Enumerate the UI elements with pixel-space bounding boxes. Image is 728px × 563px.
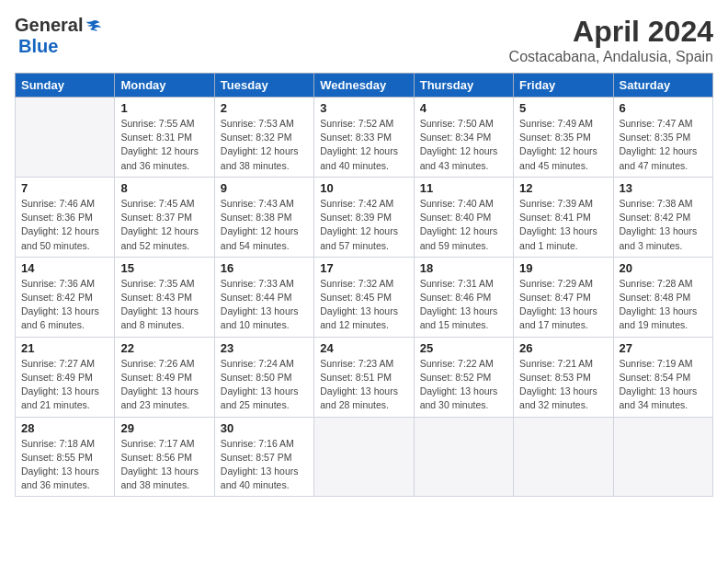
day-cell xyxy=(613,417,712,497)
day-header-monday: Monday xyxy=(115,74,214,98)
day-info: Sunrise: 7:17 AM Sunset: 8:56 PM Dayligh… xyxy=(120,437,208,493)
day-number: 10 xyxy=(320,181,407,195)
day-cell: 11Sunrise: 7:40 AM Sunset: 8:40 PM Dayli… xyxy=(414,177,513,257)
day-cell: 12Sunrise: 7:39 AM Sunset: 8:41 PM Dayli… xyxy=(514,177,613,257)
day-number: 22 xyxy=(120,341,208,355)
day-cell: 28Sunrise: 7:18 AM Sunset: 8:55 PM Dayli… xyxy=(16,417,115,497)
day-info: Sunrise: 7:47 AM Sunset: 8:35 PM Dayligh… xyxy=(620,117,707,173)
day-info: Sunrise: 7:31 AM Sunset: 8:46 PM Dayligh… xyxy=(420,277,507,333)
day-number: 11 xyxy=(420,181,507,195)
day-info: Sunrise: 7:45 AM Sunset: 8:37 PM Dayligh… xyxy=(120,197,208,253)
day-info: Sunrise: 7:53 AM Sunset: 8:32 PM Dayligh… xyxy=(221,117,308,173)
day-number: 19 xyxy=(519,261,607,275)
day-info: Sunrise: 7:21 AM Sunset: 8:53 PM Dayligh… xyxy=(519,357,607,413)
day-info: Sunrise: 7:33 AM Sunset: 8:44 PM Dayligh… xyxy=(221,277,308,333)
day-cell: 26Sunrise: 7:21 AM Sunset: 8:53 PM Dayli… xyxy=(514,337,613,417)
day-header-wednesday: Wednesday xyxy=(314,74,414,98)
day-cell: 5Sunrise: 7:49 AM Sunset: 8:35 PM Daylig… xyxy=(514,98,613,178)
day-cell: 23Sunrise: 7:24 AM Sunset: 8:50 PM Dayli… xyxy=(214,337,313,417)
day-cell: 21Sunrise: 7:27 AM Sunset: 8:49 PM Dayli… xyxy=(16,337,115,417)
day-info: Sunrise: 7:16 AM Sunset: 8:57 PM Dayligh… xyxy=(221,437,308,493)
day-cell: 3Sunrise: 7:52 AM Sunset: 8:33 PM Daylig… xyxy=(314,98,414,178)
day-cell: 8Sunrise: 7:45 AM Sunset: 8:37 PM Daylig… xyxy=(115,177,214,257)
day-info: Sunrise: 7:39 AM Sunset: 8:41 PM Dayligh… xyxy=(519,197,607,253)
logo-bird-icon xyxy=(85,17,101,34)
day-number: 12 xyxy=(519,181,607,195)
day-number: 28 xyxy=(21,421,108,435)
day-cell xyxy=(414,417,513,497)
day-info: Sunrise: 7:49 AM Sunset: 8:35 PM Dayligh… xyxy=(519,117,607,173)
day-number: 20 xyxy=(620,261,707,275)
day-info: Sunrise: 7:43 AM Sunset: 8:38 PM Dayligh… xyxy=(221,197,308,253)
day-header-tuesday: Tuesday xyxy=(214,74,313,98)
day-info: Sunrise: 7:36 AM Sunset: 8:42 PM Dayligh… xyxy=(21,277,108,333)
day-number: 29 xyxy=(120,421,208,435)
day-cell: 14Sunrise: 7:36 AM Sunset: 8:42 PM Dayli… xyxy=(16,257,115,337)
day-cell: 16Sunrise: 7:33 AM Sunset: 8:44 PM Dayli… xyxy=(214,257,313,337)
day-cell: 25Sunrise: 7:22 AM Sunset: 8:52 PM Dayli… xyxy=(414,337,513,417)
day-info: Sunrise: 7:46 AM Sunset: 8:36 PM Dayligh… xyxy=(21,197,108,253)
day-cell: 22Sunrise: 7:26 AM Sunset: 8:49 PM Dayli… xyxy=(115,337,214,417)
day-cell: 17Sunrise: 7:32 AM Sunset: 8:45 PM Dayli… xyxy=(314,257,414,337)
header: General Blue April 2024 Costacabana, And… xyxy=(15,15,713,65)
logo-blue: Blue xyxy=(18,36,58,57)
day-cell xyxy=(314,417,414,497)
day-info: Sunrise: 7:42 AM Sunset: 8:39 PM Dayligh… xyxy=(320,197,407,253)
logo-general: General xyxy=(15,15,83,36)
day-cell: 13Sunrise: 7:38 AM Sunset: 8:42 PM Dayli… xyxy=(613,177,712,257)
week-row-2: 7Sunrise: 7:46 AM Sunset: 8:36 PM Daylig… xyxy=(16,177,713,257)
day-number: 15 xyxy=(120,261,208,275)
day-cell: 19Sunrise: 7:29 AM Sunset: 8:47 PM Dayli… xyxy=(514,257,613,337)
day-info: Sunrise: 7:50 AM Sunset: 8:34 PM Dayligh… xyxy=(420,117,507,173)
week-row-5: 28Sunrise: 7:18 AM Sunset: 8:55 PM Dayli… xyxy=(16,417,713,497)
day-number: 18 xyxy=(420,261,507,275)
day-info: Sunrise: 7:38 AM Sunset: 8:42 PM Dayligh… xyxy=(620,197,707,253)
week-row-4: 21Sunrise: 7:27 AM Sunset: 8:49 PM Dayli… xyxy=(16,337,713,417)
day-info: Sunrise: 7:22 AM Sunset: 8:52 PM Dayligh… xyxy=(420,357,507,413)
day-number: 13 xyxy=(620,181,707,195)
day-info: Sunrise: 7:23 AM Sunset: 8:51 PM Dayligh… xyxy=(320,357,407,413)
day-cell: 4Sunrise: 7:50 AM Sunset: 8:34 PM Daylig… xyxy=(414,98,513,178)
day-info: Sunrise: 7:27 AM Sunset: 8:49 PM Dayligh… xyxy=(21,357,108,413)
day-info: Sunrise: 7:35 AM Sunset: 8:43 PM Dayligh… xyxy=(120,277,208,333)
day-header-sunday: Sunday xyxy=(16,74,115,98)
day-cell: 6Sunrise: 7:47 AM Sunset: 8:35 PM Daylig… xyxy=(613,98,712,178)
day-cell: 10Sunrise: 7:42 AM Sunset: 8:39 PM Dayli… xyxy=(314,177,414,257)
day-number: 14 xyxy=(21,261,108,275)
day-number: 4 xyxy=(420,101,507,115)
day-header-saturday: Saturday xyxy=(613,74,712,98)
day-number: 9 xyxy=(221,181,308,195)
day-info: Sunrise: 7:24 AM Sunset: 8:50 PM Dayligh… xyxy=(221,357,308,413)
day-cell: 1Sunrise: 7:55 AM Sunset: 8:31 PM Daylig… xyxy=(115,98,214,178)
week-row-1: 1Sunrise: 7:55 AM Sunset: 8:31 PM Daylig… xyxy=(16,98,713,178)
day-number: 27 xyxy=(620,341,707,355)
day-cell: 9Sunrise: 7:43 AM Sunset: 8:38 PM Daylig… xyxy=(214,177,313,257)
day-header-thursday: Thursday xyxy=(414,74,513,98)
day-cell: 30Sunrise: 7:16 AM Sunset: 8:57 PM Dayli… xyxy=(214,417,313,497)
day-number: 5 xyxy=(519,101,607,115)
day-info: Sunrise: 7:32 AM Sunset: 8:45 PM Dayligh… xyxy=(320,277,407,333)
day-info: Sunrise: 7:19 AM Sunset: 8:54 PM Dayligh… xyxy=(620,357,707,413)
day-header-friday: Friday xyxy=(514,74,613,98)
day-number: 25 xyxy=(420,341,507,355)
location-subtitle: Costacabana, Andalusia, Spain xyxy=(509,49,713,65)
day-number: 1 xyxy=(120,101,208,115)
week-row-3: 14Sunrise: 7:36 AM Sunset: 8:42 PM Dayli… xyxy=(16,257,713,337)
day-cell: 7Sunrise: 7:46 AM Sunset: 8:36 PM Daylig… xyxy=(16,177,115,257)
title-area: April 2024 Costacabana, Andalusia, Spain xyxy=(509,15,713,65)
day-number: 3 xyxy=(320,101,407,115)
day-number: 7 xyxy=(21,181,108,195)
header-row: SundayMondayTuesdayWednesdayThursdayFrid… xyxy=(16,74,713,98)
day-number: 17 xyxy=(320,261,407,275)
day-cell: 15Sunrise: 7:35 AM Sunset: 8:43 PM Dayli… xyxy=(115,257,214,337)
day-number: 23 xyxy=(221,341,308,355)
day-info: Sunrise: 7:18 AM Sunset: 8:55 PM Dayligh… xyxy=(21,437,108,493)
day-number: 6 xyxy=(620,101,707,115)
day-info: Sunrise: 7:26 AM Sunset: 8:49 PM Dayligh… xyxy=(120,357,208,413)
day-cell: 2Sunrise: 7:53 AM Sunset: 8:32 PM Daylig… xyxy=(214,98,313,178)
day-cell: 20Sunrise: 7:28 AM Sunset: 8:48 PM Dayli… xyxy=(613,257,712,337)
day-cell: 29Sunrise: 7:17 AM Sunset: 8:56 PM Dayli… xyxy=(115,417,214,497)
day-number: 8 xyxy=(120,181,208,195)
day-cell: 24Sunrise: 7:23 AM Sunset: 8:51 PM Dayli… xyxy=(314,337,414,417)
day-info: Sunrise: 7:40 AM Sunset: 8:40 PM Dayligh… xyxy=(420,197,507,253)
